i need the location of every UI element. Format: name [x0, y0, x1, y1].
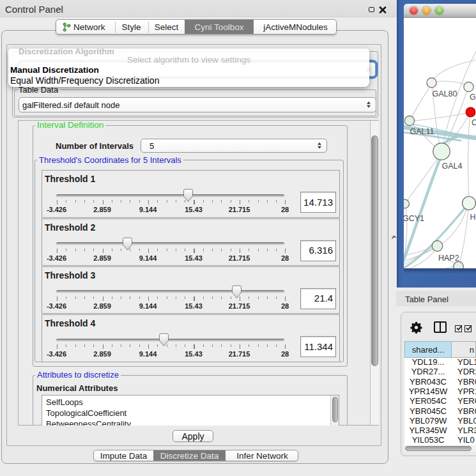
svg-text:HAP2: HAP2: [438, 254, 459, 263]
svg-text:GCY1: GCY1: [404, 214, 424, 223]
svg-text:GAL11: GAL11: [410, 127, 434, 136]
svg-text:GAL4: GAL4: [442, 162, 463, 171]
svg-text:C: C: [472, 118, 476, 127]
svg-text:GAL80: GAL80: [433, 89, 457, 98]
svg-text:H: H: [470, 213, 476, 222]
svg-text:G.: G.: [470, 93, 476, 102]
